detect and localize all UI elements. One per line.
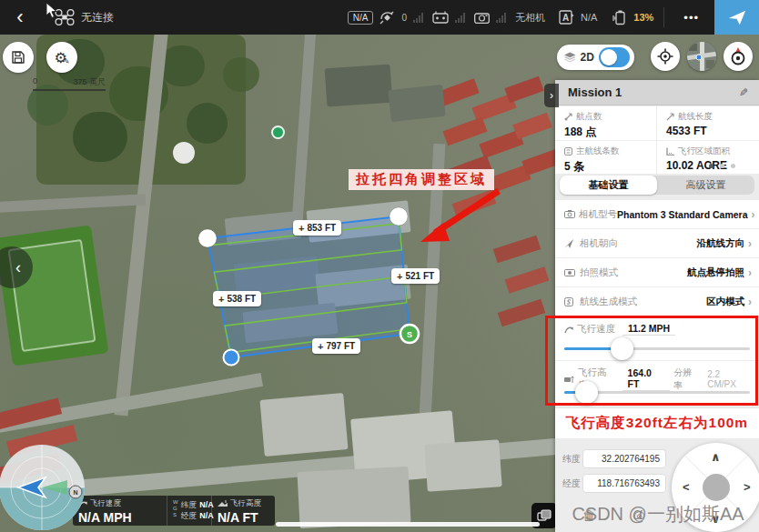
camera-signal-bars [496, 13, 506, 23]
locate-icon [657, 48, 673, 65]
drag-handle-icon: + [218, 294, 224, 305]
nudge-up-button[interactable]: ∧ [711, 450, 721, 464]
stat-route-length: 航线长度 4533 FT [657, 106, 759, 141]
scale-start-label: 0 [33, 76, 37, 88]
camera-status-icon [474, 12, 490, 24]
remote-controller-icon [432, 11, 449, 24]
speed-setting-value[interactable]: 11.2 MPH [622, 323, 675, 336]
layers-icon [564, 52, 576, 63]
edge-length-bottom-label: 797 FT [326, 341, 355, 351]
mode-2d-label: 2D [581, 51, 594, 64]
mission-polygon[interactable] [207, 216, 410, 357]
route-length-icon [666, 113, 674, 121]
edge-length-right[interactable]: + 521 FT [391, 268, 440, 284]
corner-handle-bottom-left[interactable] [224, 350, 239, 366]
main-lines-icon [564, 147, 572, 156]
edge-length-bottom[interactable]: + 797 FT [312, 338, 360, 354]
chevron-right-icon: › [550, 89, 553, 102]
setting-label: 航线生成模式 [580, 296, 706, 308]
save-icon [11, 50, 25, 65]
compass-north-label: N [73, 489, 77, 496]
compass-reset-button[interactable] [724, 42, 753, 71]
edge-length-left[interactable]: + 538 FT [213, 291, 261, 306]
home-indicator[interactable] [276, 522, 540, 527]
status-topbar: ‹ 无连接 N/A 0 [0, 0, 759, 35]
altitude-setting-value[interactable]: 164.0 FT [622, 367, 671, 391]
panel-collapse-tab[interactable]: › [544, 84, 559, 107]
altitude-value: N/A FT [218, 510, 268, 525]
stat-label: 航点数 [576, 111, 602, 123]
minimap-thumbnail-button[interactable] [687, 42, 716, 71]
stat-value: 188 点 [564, 125, 656, 140]
flight-altitude-icon [564, 376, 574, 384]
speed-slider-knob[interactable] [611, 337, 633, 360]
mission-settings-button[interactable]: ⚙ ✎ [46, 42, 77, 73]
toggle-knob [601, 49, 617, 65]
edge-length-right-label: 521 FT [405, 271, 434, 281]
telemetry-coords: W G S 纬度N/A 经度N/A [167, 496, 211, 526]
scale-end-label: 375 英尺 [73, 76, 106, 88]
longitude-label: 经度 [562, 477, 582, 490]
locate-me-button[interactable] [651, 42, 680, 71]
route-mode-icon [564, 297, 573, 306]
edge-length-left-label: 538 FT [227, 294, 256, 304]
tab-basic-settings[interactable]: 基础设置 [560, 176, 657, 195]
altitude-slider-track[interactable] [564, 391, 750, 394]
stat-value: 5 条 [564, 159, 656, 175]
more-menu-button[interactable]: ••• [674, 11, 708, 25]
dpad-center[interactable] [703, 474, 730, 501]
mission-panel: Mission 1 ✎ 航点数 188 点 航线长度 4533 FT [555, 80, 759, 532]
takeoff-button[interactable] [714, 0, 759, 35]
chevron-right-icon: › [748, 266, 752, 279]
flight-speed-icon [564, 326, 573, 334]
telemetry-altitude: 飞行高度 N/A FT [211, 496, 273, 526]
setting-value: 航点悬停拍照 [687, 266, 744, 279]
edit-mission-icon[interactable]: ✎ [739, 86, 748, 99]
aircraft-status-value: N/A [581, 12, 597, 23]
mode-2d-toggle[interactable] [599, 47, 630, 67]
speed-slider-track[interactable] [564, 347, 750, 350]
stat-label: 航线长度 [678, 111, 713, 123]
back-button[interactable]: ‹ [0, 0, 40, 35]
latitude-field[interactable]: 32.202764195 [582, 449, 666, 468]
speed-label: 飞行速度 [90, 498, 121, 509]
longitude-value: 118.716763493 [597, 478, 660, 488]
attitude-compass-widget[interactable]: N [0, 443, 87, 532]
setting-camera-orientation[interactable]: 相机朝向 沿航线方向 › [555, 229, 759, 258]
svg-text:A: A [562, 13, 569, 23]
nudge-left-button[interactable]: < [683, 480, 690, 494]
drag-handle-icon: + [318, 341, 323, 352]
save-mission-button[interactable] [3, 42, 34, 73]
setting-value: 区内模式 [706, 296, 744, 308]
setting-value: Phantom 3 Standard Camera [617, 209, 748, 220]
tab-advanced-settings[interactable]: 高级设置 [657, 176, 754, 195]
edge-length-top[interactable]: + 853 FT [293, 220, 341, 236]
setting-camera-model[interactable]: 相机型号 Phantom 3 Standard Camera › [555, 200, 759, 229]
longitude-field[interactable]: 118.716763493 [582, 474, 666, 493]
map-mode-control[interactable]: 2D [557, 45, 634, 70]
telemetry-bar: 飞行速度 N/A MPH W G S 纬度N/A 经度N/A 飞行高度 [73, 496, 275, 526]
stat-label: 飞行区域面积 [678, 146, 730, 157]
rc-signal-bars [455, 13, 465, 23]
area-icon [666, 147, 674, 156]
gps-mode-badge[interactable]: N/A [348, 11, 374, 25]
stat-area: 飞行区域面积 10.02 ACRE [657, 141, 759, 176]
stat-value: 4533 FT [666, 125, 759, 137]
speed-slider-row: 飞行速度 11.2 MPH [555, 317, 759, 361]
stats-pagination-dots[interactable] [709, 164, 735, 168]
stat-main-lines: 主航线条数 5 条 [555, 141, 657, 176]
setting-route-mode[interactable]: 航线生成模式 区内模式 › [555, 287, 759, 316]
compass-icon [729, 47, 747, 65]
settings-tabs: 基础设置 高级设置 [560, 176, 754, 195]
setting-photo-mode[interactable]: 拍照模式 航点悬停拍照 › [555, 258, 759, 287]
setting-value: 沿航线方向 [697, 237, 745, 250]
scale-line [33, 89, 106, 91]
satellite-icon [380, 11, 395, 25]
chevron-right-icon: › [748, 296, 752, 308]
altitude-slider-knob[interactable] [575, 381, 598, 404]
wgs-w: W [173, 499, 178, 506]
nudge-right-button[interactable]: > [744, 480, 751, 494]
corner-handle-top-right[interactable] [390, 207, 408, 226]
chevron-right-icon: › [752, 208, 755, 221]
corner-handle-top-left[interactable] [198, 229, 217, 247]
